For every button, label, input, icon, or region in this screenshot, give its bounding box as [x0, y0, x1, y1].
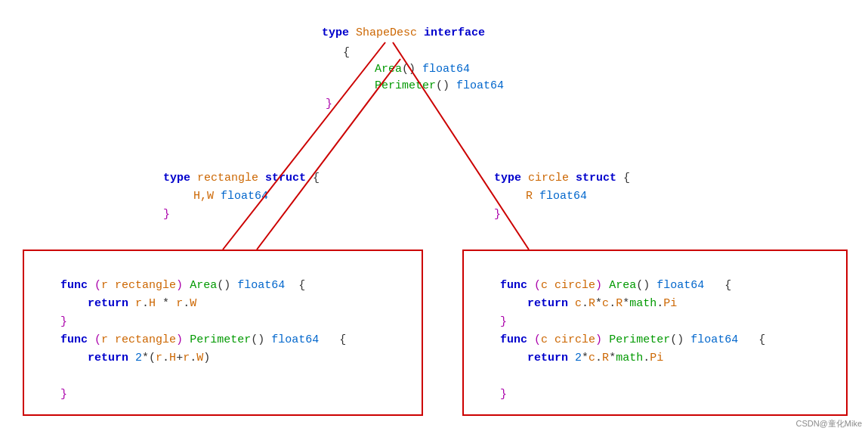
circle-perimeter-return: return 2*c.R*math.Pi [500, 331, 663, 386]
rectangle-fields: H,W float64 [166, 169, 268, 224]
watermark: CSDN@童化Mike [795, 418, 862, 429]
code-diagram: type ShapeDesc interface { Area() float6… [0, 0, 868, 434]
interface-keyword: interface [424, 26, 485, 39]
interface-close-brace: } [298, 77, 332, 132]
rectangle-struct-close: } [136, 188, 170, 242]
rect-perimeter-close: } [33, 367, 67, 422]
interface-perimeter-method: Perimeter() float64 [348, 59, 504, 113]
circle-fields: R float64 [499, 169, 587, 224]
circle-struct-close: } [467, 188, 501, 242]
interface-name: ShapeDesc [356, 26, 417, 39]
interface-open-brace: { [316, 26, 350, 80]
rect-perimeter-return: return 2*(r.H+r.W) [60, 331, 210, 386]
circle-perimeter-close: } [473, 367, 507, 422]
